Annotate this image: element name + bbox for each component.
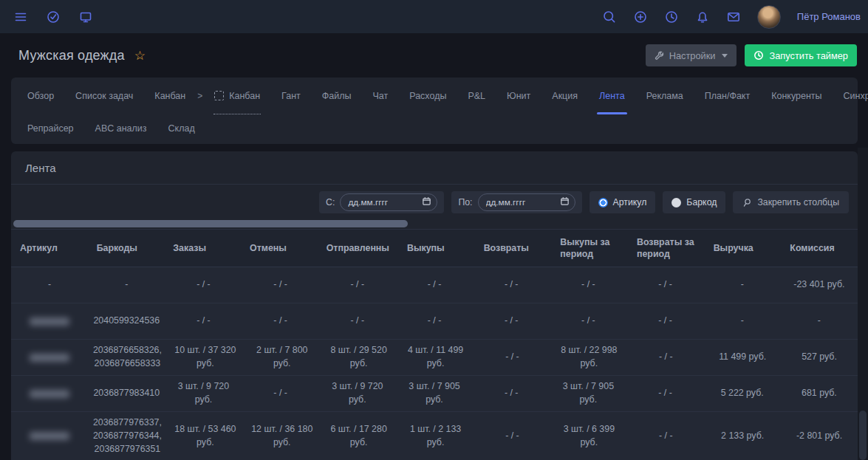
table-cell: - / - [626, 267, 703, 303]
user-avatar[interactable] [757, 5, 781, 29]
tab-item[interactable]: P&L [467, 78, 486, 114]
table-cell: 6 шт. / 17 280 руб. [321, 412, 397, 460]
table-cell: - / - [550, 267, 626, 303]
radio-option-artikul[interactable]: Артикул [590, 191, 656, 213]
tab-item[interactable]: Реклама [646, 78, 684, 114]
tab-item[interactable]: План/Факт [704, 78, 751, 114]
column-header: Артикул [11, 230, 88, 267]
table-row: 20368779834103 шт. / 9 720 руб.- / -3 шт… [11, 376, 858, 412]
horizontal-scrollbar [11, 219, 858, 229]
start-timer-button[interactable]: Запустить таймер [745, 44, 857, 66]
pin-icon [742, 198, 752, 207]
table-cell: 2 133 руб. [704, 412, 781, 460]
date-from-input[interactable] [340, 193, 437, 211]
tab-item[interactable]: Список задач [75, 78, 134, 114]
monitor-icon[interactable] [78, 10, 93, 24]
header-actions: Настройки Запустить таймер [646, 44, 857, 66]
table-row: 2040599324536- / -- / -- / -- / -- / -- … [11, 303, 858, 340]
table-cell: - / - [165, 267, 242, 303]
favorite-star-icon[interactable]: ☆ [134, 49, 146, 62]
search-icon[interactable] [602, 10, 617, 24]
tab-item[interactable]: Чат [372, 78, 389, 114]
table-cell: 10 шт. / 37 320 руб. [167, 340, 244, 375]
start-timer-label: Запустить таймер [769, 50, 848, 61]
tab-kanban-sub[interactable]: Канбан [213, 78, 261, 114]
table-header-row: АртикулБаркодыЗаказыОтменыОтправленныВык… [11, 229, 858, 267]
plus-circle-icon[interactable] [633, 10, 648, 24]
table-cell: - / - [319, 303, 396, 339]
section-title: Лента [11, 151, 858, 184]
tab-item[interactable]: Обзор [27, 78, 55, 114]
check-circle-icon[interactable] [46, 10, 61, 24]
table-cell: 5 222 руб. [704, 376, 781, 411]
horizontal-scrollbar-thumb[interactable] [13, 220, 408, 227]
tab-item[interactable]: Гант [281, 78, 301, 114]
tab-item[interactable]: Акция [551, 78, 578, 114]
table-cell: 2036877976337, 2036877976344, 2036877976… [88, 412, 167, 460]
settings-button[interactable]: Настройки [646, 44, 737, 66]
tabs-row-2: РепрайсерABC анализСклад [11, 114, 858, 143]
table-cell: 4 шт. / 11 499 руб. [397, 340, 474, 375]
table-cell: 8 шт. / 29 520 руб. [321, 340, 397, 375]
wrench-icon [655, 51, 664, 61]
table-cell: 8 шт. / 22 998 руб. [550, 340, 627, 375]
table-cell: - / - [319, 267, 396, 303]
table-cell: - [704, 267, 781, 303]
tab-item[interactable]: Файлы [321, 78, 352, 114]
user-name[interactable]: Пётр Романов [797, 11, 861, 22]
radio-barkod-label: Баркод [686, 197, 717, 207]
column-header: Возвраты [475, 230, 552, 267]
table-cell: - / - [626, 303, 703, 339]
date-to-box: По: [451, 191, 581, 213]
radio-artikul-label: Артикул [613, 197, 647, 207]
tab-item[interactable]: Юнит [506, 78, 531, 114]
vertical-scrollbar [858, 148, 868, 460]
page-title: Мужская одежда [18, 48, 125, 63]
column-header: Выкупы [398, 230, 475, 267]
tab-item[interactable]: Синхронизация [843, 78, 868, 114]
column-header: Выручка [705, 230, 782, 267]
tab-item-active[interactable]: Лента [598, 78, 626, 114]
column-header: Отправленны [318, 230, 398, 267]
table-cell: 3 шт. / 7 905 руб. [550, 376, 626, 411]
table-row: 2036877976337, 2036877976344, 2036877976… [11, 412, 858, 460]
date-to-input[interactable] [478, 193, 575, 211]
page-header: Мужская одежда ☆ Настройки Запустить тай… [18, 43, 857, 68]
pin-columns-button[interactable]: Закрепить столбцы [733, 191, 849, 213]
topbar-left-icons [0, 10, 93, 24]
table-cell: - / - [474, 340, 551, 375]
caret-down-icon [722, 54, 728, 58]
table-cell: - / - [627, 412, 704, 460]
date-from-box: С: [319, 191, 444, 213]
tab-item[interactable]: Склад [168, 114, 196, 143]
bell-icon[interactable] [695, 10, 710, 24]
artikul-cell [11, 340, 88, 375]
tabs-panel: ОбзорСписок задачКанбан>КанбанГантФайлыЧ… [11, 78, 858, 144]
radio-option-barkod[interactable]: Баркод [663, 191, 725, 213]
tab-item[interactable]: Конкуренты [770, 78, 822, 114]
tab-item[interactable]: Репрайсер [27, 114, 75, 143]
table-cell: - / - [474, 412, 551, 460]
table-cell: 681 руб. [781, 376, 858, 411]
menu-icon[interactable] [13, 10, 28, 24]
timer-clock-icon [753, 50, 764, 61]
column-header: Баркоды [88, 230, 165, 267]
tab-item[interactable]: Расходы [409, 78, 447, 114]
tab-item[interactable]: Канбан [154, 78, 186, 114]
artikul-cell: - [11, 267, 88, 303]
tab-item[interactable]: ABC анализ [95, 114, 148, 143]
table-cell: - [88, 267, 165, 303]
kanban-placeholder-icon [214, 91, 224, 100]
table-row: --- / -- / -- / -- / -- / -- / -- / ---2… [11, 267, 858, 303]
table-cell: - [781, 303, 858, 339]
mail-icon[interactable] [726, 10, 741, 24]
table-cell: - / - [627, 340, 704, 375]
artikul-cell [11, 376, 88, 411]
date-to-label: По: [458, 197, 472, 207]
vertical-scrollbar-thumb[interactable] [859, 411, 867, 460]
table-cell: 11 499 руб. [704, 340, 781, 375]
tab-label: Канбан [229, 91, 260, 101]
table-cell: 18 шт. / 53 460 руб. [167, 412, 244, 460]
clock-icon[interactable] [664, 10, 679, 24]
column-header: Возвраты за период [628, 230, 705, 267]
